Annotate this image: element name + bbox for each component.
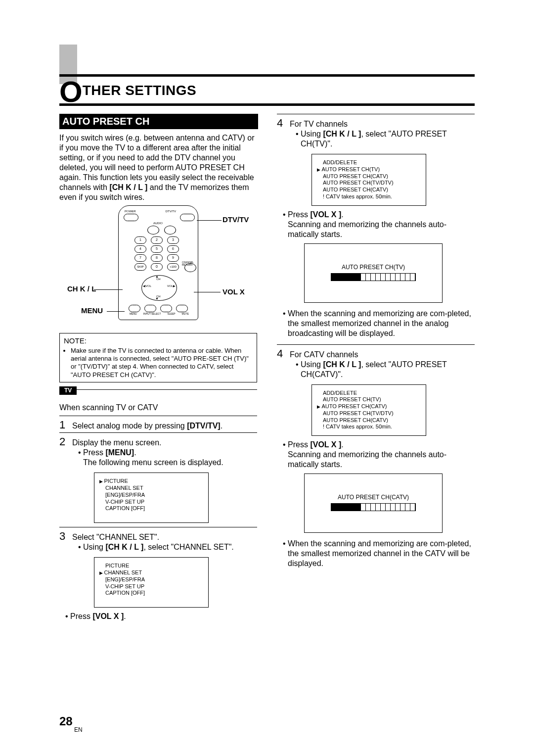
audio-l-button <box>147 226 159 235</box>
menutv-l1: ADD/DELETE <box>317 159 421 166</box>
step-4tv-title: For TV channels <box>290 119 475 129</box>
pv-c: . <box>124 612 126 620</box>
scan-intro: When scanning TV or CATV <box>59 403 257 413</box>
dtvtv-button <box>180 214 195 221</box>
progress-tv: AUTO PRESET CH(TV) <box>304 243 443 303</box>
key-7: 7 <box>134 254 146 262</box>
menucatv-l2: AUTO PRESET CH(TV) <box>317 396 421 403</box>
menu-lbl: MENU <box>130 312 137 315</box>
ch-up: CH <box>156 278 161 282</box>
menu1-l2: CHANNEL SET <box>99 485 203 492</box>
note-heading: NOTE: <box>64 336 253 346</box>
pvtv-b: [VOL X ] <box>310 210 341 219</box>
step-3-b1c: , select "CHANNEL SET". <box>143 543 233 551</box>
line-menu <box>107 311 125 312</box>
menu-screen-2: PICTURE CHANNEL SET [ENG]/ESP/FRA V-CHIP… <box>94 557 209 608</box>
power-button <box>124 214 138 221</box>
line-vol <box>194 292 221 292</box>
menutv-l6: ! CATV takes approx. 50min. <box>317 193 421 200</box>
menucatv-l6: ! CATV takes approx. 50min. <box>317 424 421 430</box>
chapter-first-letter: O <box>59 75 83 108</box>
pv-a: • Press <box>65 612 92 620</box>
channel-return-label: CHANNEL RETURN <box>182 261 198 266</box>
label-vol: VOL X <box>222 287 245 297</box>
menu1-l4: V-CHIP SET UP <box>99 499 203 506</box>
dpad: ▲ ▼ ◀VOL VOL▶ CH CH <box>141 275 177 301</box>
menutv-l5: AUTO PRESET CH(CATV) <box>317 187 421 193</box>
step-2-b1a: • Press <box>78 448 105 457</box>
progress-bar-catv <box>331 503 416 511</box>
step-1-b: [DTV/TV] <box>187 422 221 430</box>
menucatv-l3: AUTO PRESET CH(CATV) <box>317 403 421 410</box>
progress-catv: AUTO PRESET CH(CATV) <box>304 473 443 533</box>
intro-ch-bold: [CH K / L ] <box>109 183 147 191</box>
key-6: 6 <box>167 245 179 253</box>
menucatv-l5: AUTO PRESET CH(CATV) <box>317 417 421 424</box>
menu2-l3: [ENG]/ESP/FRA <box>99 576 203 583</box>
scan-tv-text: Scanning and memorizing the channels aut… <box>288 220 475 239</box>
key-1: 1 <box>134 236 146 244</box>
vol-left: VOL <box>145 284 151 287</box>
menutv-l3: AUTO PRESET CH(CATV) <box>317 173 421 180</box>
menucatv-l4: AUTO PRESET CH(TV/DTV) <box>317 410 421 417</box>
label-ch: CH K / L <box>67 284 96 294</box>
step-4catv-num: 4 <box>277 347 286 361</box>
note-bullet: Make sure if the TV is connected to ante… <box>71 347 253 379</box>
key-2: 2 <box>151 236 163 244</box>
page-lang: EN <box>74 726 83 733</box>
step-2-b1c: . <box>134 448 136 457</box>
step-3-b1a: • Using <box>78 543 105 551</box>
step-1-c: . <box>221 422 222 430</box>
menutv-l2: AUTO PRESET CH(TV) <box>317 166 421 173</box>
ch-down: CH <box>156 295 161 299</box>
page-footer: 28 EN <box>59 714 83 733</box>
menu-screen-1: PICTURE CHANNEL SET [ENG]/ESP/FRA V-CHIP… <box>94 472 209 523</box>
sleep-button <box>160 305 172 312</box>
input-lbl: INPUT SELECT <box>143 312 161 315</box>
menu1-l3: [ENG]/ESP/FRA <box>99 492 203 499</box>
line-dtv <box>197 220 222 221</box>
menu2-l2: CHANNEL SET <box>99 569 203 576</box>
step-4-tv: 4 For TV channels • Using [CH K / L ], s… <box>277 114 475 150</box>
mute-button <box>176 305 188 312</box>
step-4catv-b1a: • Using <box>296 360 323 369</box>
menu-button <box>129 305 140 312</box>
intro-paragraph: If you switch wires (e.g. between antenn… <box>59 133 257 202</box>
scan-catv-text: Scanning and memorizing the channels aut… <box>288 450 475 470</box>
right-column: 4 For TV channels • Using [CH K / L ], s… <box>277 114 475 621</box>
step-3-line1: Select "CHANNEL SET". <box>72 532 257 542</box>
step-4-catv: 4 For CATV channels • Using [CH K / L ],… <box>277 344 475 380</box>
note-box: NOTE: Make sure if the TV is connected t… <box>59 333 257 382</box>
label-dtv: DTV/TV <box>222 215 249 225</box>
step-2: 2 Display the menu screen. • Press [MENU… <box>59 432 257 469</box>
power-label: POWER <box>125 210 136 214</box>
done-tv-text: • When the scanning and memorizing are c… <box>288 309 475 338</box>
key-4: 4 <box>134 245 146 253</box>
progress-tv-label: AUTO PRESET CH(TV) <box>305 264 442 271</box>
step-2-num: 2 <box>59 435 68 449</box>
press-vol-catv: • Press [VOL X ]. <box>288 440 475 450</box>
step-2-b1b: [MENU] <box>105 448 134 457</box>
left-column: AUTO PRESET CH If you switch wires (e.g.… <box>59 114 257 621</box>
menu2-l5: CAPTION [OFF] <box>99 590 203 597</box>
remote-figure: POWER DTV/TV AUDIO 1 2 3 <box>59 205 257 329</box>
step-2-line1: Display the menu screen. <box>72 438 257 448</box>
menutv-l4: AUTO PRESET CH(TV/DTV) <box>317 180 421 187</box>
dtvtv-label: DTV/TV <box>166 210 176 214</box>
pvtv-a: • Press <box>283 210 310 219</box>
line-ch <box>94 289 123 290</box>
step-2-line2: The following menu screen is displayed. <box>83 458 257 468</box>
menu2-l1: PICTURE <box>99 563 203 569</box>
key-8: 8 <box>151 254 163 262</box>
chapter-heading: OTHER SETTINGS <box>59 74 475 106</box>
menu-screen-catv: ADD/DELETE AUTO PRESET CH(TV) AUTO PRESE… <box>312 384 426 436</box>
pvtv-c: . <box>341 210 343 219</box>
press-vol-tv: • Press [VOL X ]. <box>288 210 475 220</box>
menu2-l4: V-CHIP SET UP <box>99 583 203 590</box>
menu1-l5: CAPTION [OFF] <box>99 505 203 512</box>
step-1: 1 Select analog mode by pressing [DTV/TV… <box>59 416 257 433</box>
done-catv-text: • When the scanning and memorizing are c… <box>288 539 475 568</box>
step-4tv-b1b: [CH K / L ] <box>323 130 361 138</box>
vol-right: VOL <box>167 284 173 287</box>
menucatv-l1: ADD/DELETE <box>317 390 421 397</box>
